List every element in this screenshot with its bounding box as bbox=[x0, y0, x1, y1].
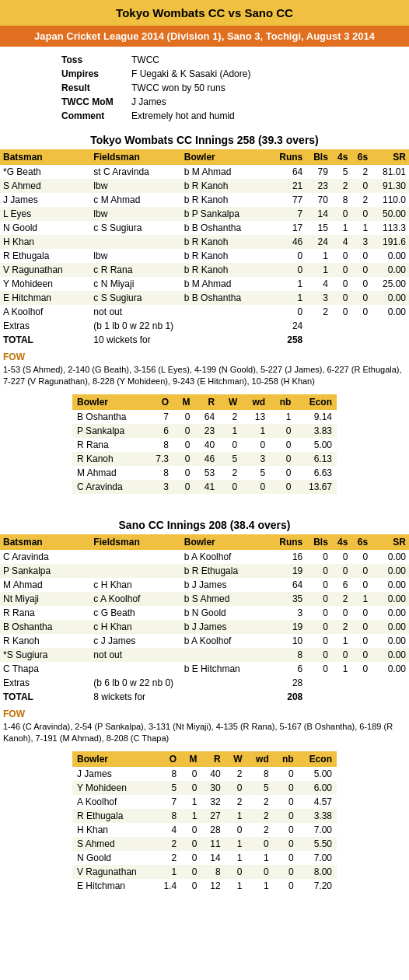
bowler-r: 32 bbox=[201, 795, 225, 809]
bowler-o: 6 bbox=[145, 424, 173, 438]
bowl2-col-econ: Econ bbox=[299, 751, 337, 767]
bowler-r: 53 bbox=[194, 466, 219, 480]
batsman-sr: 113.3 bbox=[371, 221, 409, 235]
bowl-col-w: W bbox=[219, 394, 242, 410]
table-row: H Khan 4 0 28 0 2 0 7.00 bbox=[72, 823, 337, 837]
bowler-m: 1 bbox=[181, 795, 201, 809]
bowler-econ: 7.20 bbox=[299, 879, 337, 893]
innings1-fow-section: FOW 1-53 (S Ahmed), 2-140 (G Beath), 3-1… bbox=[3, 352, 406, 388]
innings2-fow-title: FOW bbox=[3, 709, 406, 719]
table-row: R Kanoh c J James b A Koolhof 10 0 1 0 0… bbox=[0, 634, 409, 648]
bowl2-col-r: R bbox=[201, 751, 225, 767]
total-detail: 8 wickets for bbox=[90, 690, 271, 704]
batsman-sr: 50.00 bbox=[371, 207, 409, 221]
bowler-name: C Aravinda bbox=[72, 480, 145, 494]
bowler-econ: 9.14 bbox=[295, 410, 337, 424]
match-info-section: Toss TWCC Umpires F Uegaki & K Sasaki (A… bbox=[57, 53, 352, 123]
batsman-runs: 35 bbox=[271, 592, 306, 606]
batsman-6s: 2 bbox=[351, 165, 371, 179]
bowler-w: 1 bbox=[225, 809, 247, 823]
bowler-w: 0 bbox=[225, 823, 247, 837]
bowler-r: 46 bbox=[194, 452, 219, 466]
bowl2-col-wd: wd bbox=[247, 751, 274, 767]
bowl-col-econ: Econ bbox=[295, 394, 337, 410]
bowler-nb: 0 bbox=[274, 879, 299, 893]
col2-header-bowler: Bowler bbox=[181, 534, 271, 550]
batsman-fieldsman: c G Beath bbox=[90, 606, 180, 620]
bowler-r: 27 bbox=[201, 809, 225, 823]
batsman-bls: 0 bbox=[306, 550, 331, 564]
batsman-4s: 6 bbox=[331, 578, 351, 592]
batsman-4s: 4 bbox=[331, 235, 351, 249]
extras-detail: (b 6 lb 0 w 22 nb 0) bbox=[90, 676, 271, 690]
umpires-label: Umpires bbox=[57, 67, 127, 81]
table-row: Y Mohideen 5 0 30 0 5 0 6.00 bbox=[72, 781, 337, 795]
innings2-fow-text: 1-46 (C Aravinda), 2-54 (P Sankalpa), 3-… bbox=[3, 721, 406, 745]
batsman-runs: 19 bbox=[271, 564, 306, 578]
bowler-nb: 1 bbox=[270, 410, 295, 424]
batsman-6s: 0 bbox=[351, 620, 371, 634]
batsman-fieldsman bbox=[90, 550, 180, 564]
table-row: J James 8 0 40 2 8 0 5.00 bbox=[72, 767, 337, 781]
batsman-4s: 0 bbox=[331, 564, 351, 578]
batsman-name: R Ethugala bbox=[0, 249, 90, 263]
batsman-bowler: b J James bbox=[181, 578, 271, 592]
bowler-econ: 3.38 bbox=[299, 809, 337, 823]
batsman-bls: 14 bbox=[306, 207, 331, 221]
bowler-wd: 3 bbox=[242, 452, 270, 466]
batsman-runs: 64 bbox=[271, 165, 306, 179]
batsman-bowler: b R Kanoh bbox=[181, 193, 271, 207]
batsman-6s: 0 bbox=[351, 606, 371, 620]
batsman-name: H Khan bbox=[0, 235, 90, 249]
batsman-fieldsman bbox=[90, 564, 180, 578]
batsman-bowler: b R Kanoh bbox=[181, 179, 271, 193]
batsman-sr: 0.00 bbox=[371, 564, 409, 578]
batsman-bowler: b M Ahmad bbox=[181, 277, 271, 291]
batsman-fieldsman: c H Khan bbox=[90, 620, 180, 634]
toss-label: Toss bbox=[57, 53, 127, 67]
batsman-name: C Thapa bbox=[0, 662, 90, 676]
table-row: M Ahmad c H Khan b J James 64 0 6 0 0.00 bbox=[0, 578, 409, 592]
batsman-fieldsman: lbw bbox=[90, 179, 180, 193]
result-value: TWCC won by 50 runs bbox=[127, 81, 352, 95]
bowler-o: 8 bbox=[145, 438, 173, 452]
bowler-r: 64 bbox=[194, 410, 219, 424]
batsman-runs: 21 bbox=[271, 179, 306, 193]
batsman-sr: 0.00 bbox=[371, 550, 409, 564]
batsman-sr: 0.00 bbox=[371, 249, 409, 263]
table-row: M Ahmad 8 0 53 2 5 0 6.63 bbox=[72, 466, 337, 480]
col-header-batsman: Batsman bbox=[0, 149, 90, 165]
bowler-name: Y Mohideen bbox=[72, 781, 155, 795]
bowler-m: 0 bbox=[173, 480, 194, 494]
batsman-bls: 0 bbox=[306, 564, 331, 578]
batsman-sr: 0.00 bbox=[371, 648, 409, 662]
batsman-runs: 17 bbox=[271, 221, 306, 235]
batsman-runs: 6 bbox=[271, 662, 306, 676]
batsman-sr: 0.00 bbox=[371, 263, 409, 277]
batsman-runs: 8 bbox=[271, 648, 306, 662]
bowler-w: 5 bbox=[219, 452, 242, 466]
bowler-econ: 6.13 bbox=[295, 452, 337, 466]
batsman-runs: 1 bbox=[271, 291, 306, 305]
col2-header-sr: SR bbox=[371, 534, 409, 550]
innings1-title: Tokyo Wombats CC Innings 258 (39.3 overs… bbox=[3, 134, 406, 146]
batsman-name: J James bbox=[0, 193, 90, 207]
batsman-fieldsman: c N Miyaji bbox=[90, 277, 180, 291]
match-subtitle: Japan Cricket League 2014 (Division 1), … bbox=[0, 26, 409, 47]
batsman-fieldsman: c M Ahmad bbox=[90, 193, 180, 207]
bowler-m: 0 bbox=[181, 823, 201, 837]
batsman-bowler: b R Kanoh bbox=[181, 249, 271, 263]
col2-header-4s: 4s bbox=[331, 534, 351, 550]
comment-value: Extremely hot and humid bbox=[127, 109, 352, 123]
bowler-w: 1 bbox=[225, 879, 247, 893]
batsman-sr: 0.00 bbox=[371, 305, 409, 319]
batsman-sr: 0.00 bbox=[371, 578, 409, 592]
total-label: TOTAL bbox=[0, 333, 90, 347]
bowler-econ: 7.00 bbox=[299, 851, 337, 865]
bowler-econ: 7.00 bbox=[299, 823, 337, 837]
batsman-4s: 1 bbox=[331, 662, 351, 676]
innings1-fow-title: FOW bbox=[3, 352, 406, 362]
bowler-nb: 0 bbox=[274, 767, 299, 781]
batsman-4s: 0 bbox=[331, 277, 351, 291]
batsman-6s: 0 bbox=[351, 291, 371, 305]
